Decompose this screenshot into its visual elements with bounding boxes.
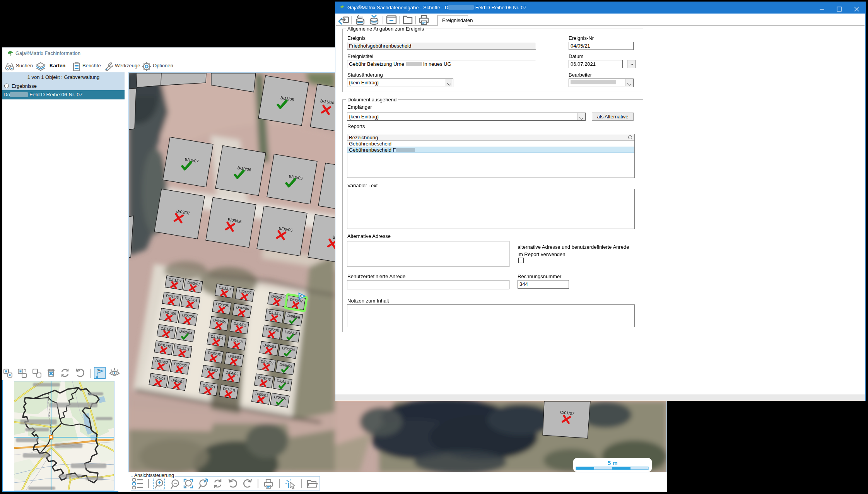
svg-text:Kl.: Kl. [88,392,91,395]
svg-text:5 m: 5 m [608,460,618,466]
